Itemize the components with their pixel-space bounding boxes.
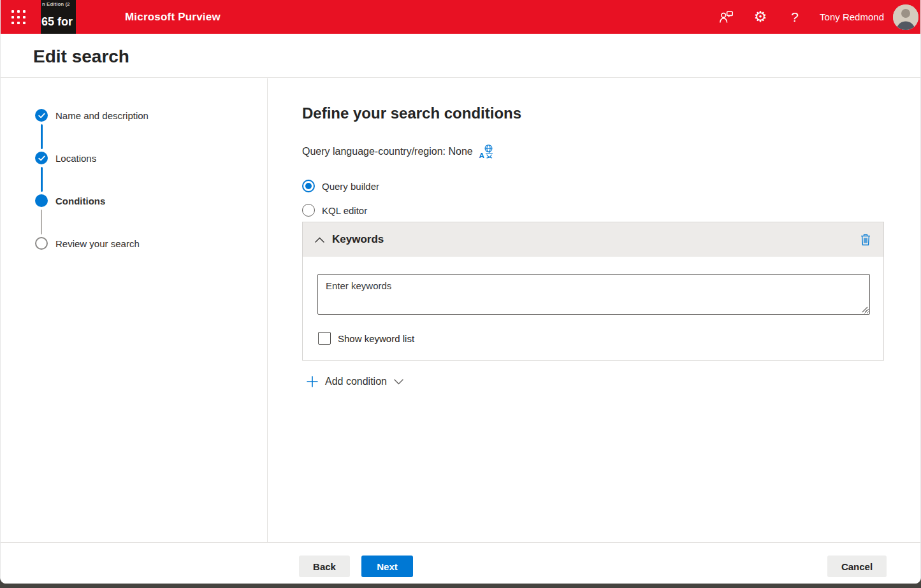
radio-unselected-icon <box>302 204 315 217</box>
section-heading: Define your search conditions <box>302 104 521 122</box>
back-button[interactable]: Back <box>299 556 350 577</box>
step-current-icon <box>35 194 48 207</box>
radio-query-builder[interactable]: Query builder <box>302 180 379 192</box>
step-label: Conditions <box>55 196 105 206</box>
show-keyword-list-checkbox-row[interactable]: Show keyword list <box>318 332 414 345</box>
keywords-card-header: Keywords <box>303 222 883 257</box>
app-launcher-icon[interactable] <box>10 8 27 25</box>
checkbox-label: Show keyword list <box>338 333 414 344</box>
svg-text:A: A <box>479 152 484 159</box>
page-header: Edit search <box>1 34 920 78</box>
add-condition-button[interactable]: Add condition <box>307 376 403 387</box>
step-connector <box>41 124 43 149</box>
conditions-page: Define your search conditions Query lang… <box>268 78 921 542</box>
keywords-condition-card: Keywords <box>302 222 884 361</box>
chevron-down-icon <box>394 379 403 385</box>
step-completed-icon <box>35 152 48 164</box>
step-label: Name and description <box>55 110 149 121</box>
wizard-step-locations[interactable]: Locations <box>35 152 96 164</box>
book-cover-thumbnail: n Edition (2 65 for <box>41 0 76 34</box>
next-button[interactable]: Next <box>361 556 413 577</box>
settings-gear-icon[interactable]: ⚙ <box>743 0 778 34</box>
cancel-button[interactable]: Cancel <box>827 556 887 577</box>
radio-kql-editor[interactable]: KQL editor <box>302 204 367 217</box>
collapse-chevron-up-icon[interactable] <box>312 232 327 247</box>
translate-icon[interactable]: A <box>479 144 494 159</box>
plus-icon <box>307 376 318 387</box>
wizard-footer: Back Next Cancel <box>1 542 920 584</box>
step-label: Review your search <box>55 238 140 249</box>
topbar: n Edition (2 65 for Microsoft Purview ⚙ … <box>1 0 920 34</box>
wizard-step-review-your-search[interactable]: Review your search <box>35 237 140 250</box>
step-connector <box>41 210 42 234</box>
thumbnail-text-top: n Edition (2 <box>42 2 76 7</box>
step-upcoming-icon <box>35 237 48 250</box>
page-title: Edit search <box>33 47 129 67</box>
user-name: Tony Redmond <box>820 11 884 22</box>
step-completed-icon <box>35 109 48 122</box>
radio-label: KQL editor <box>322 205 367 216</box>
delete-condition-trash-icon[interactable] <box>857 231 874 248</box>
query-language-row: Query language-country/region: None A <box>302 144 494 159</box>
topbar-actions: ⚙ ? Tony Redmond <box>709 0 920 34</box>
add-condition-label: Add condition <box>325 376 387 387</box>
app-title: Microsoft Purview <box>125 11 221 24</box>
radio-selected-icon <box>302 180 315 192</box>
checkbox-unchecked-icon[interactable] <box>318 332 331 345</box>
help-icon[interactable]: ? <box>778 0 812 34</box>
step-label: Locations <box>55 153 96 164</box>
radio-label: Query builder <box>322 181 379 192</box>
keywords-card-title: Keywords <box>332 233 384 246</box>
keywords-input[interactable] <box>317 274 870 315</box>
purview-window: n Edition (2 65 for Microsoft Purview ⚙ … <box>0 0 921 584</box>
user-avatar[interactable] <box>893 4 918 30</box>
wizard-step-name-and-description[interactable]: Name and description <box>35 109 149 122</box>
feedback-icon[interactable] <box>709 0 743 34</box>
wizard-step-conditions[interactable]: Conditions <box>35 194 105 207</box>
keywords-card-body: Show keyword list <box>303 257 883 361</box>
wizard-sidebar: Name and description Locations Condition… <box>1 78 268 542</box>
query-language-text: Query language-country/region: None <box>302 146 473 157</box>
step-connector <box>41 167 43 192</box>
thumbnail-text-bottom: 65 for <box>41 16 76 27</box>
